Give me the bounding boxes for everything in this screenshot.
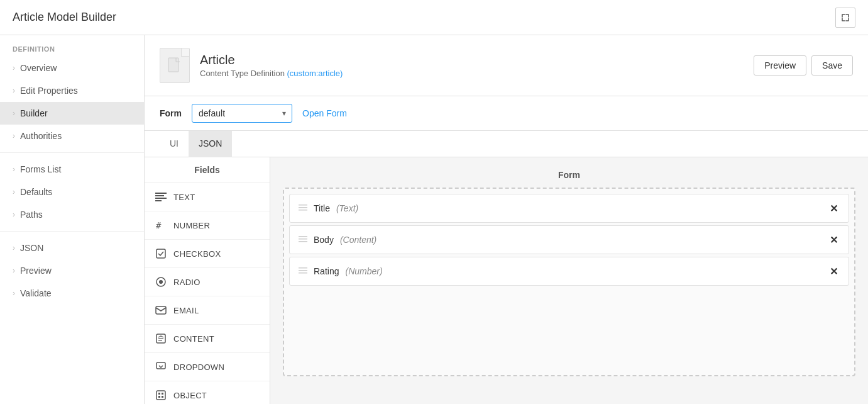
svg-rect-3: [155, 198, 167, 199]
field-name-body: Body: [314, 235, 334, 245]
remove-body-button[interactable]: ✕: [827, 233, 840, 246]
field-type-body: (Content): [340, 235, 376, 245]
form-selector-bar: Form default compact full Open Form: [145, 96, 868, 131]
sidebar-item-label: Authorities: [20, 131, 62, 141]
dropdown-icon: [155, 361, 167, 373]
sidebar-item-label: Validate: [20, 288, 52, 298]
svg-rect-20: [299, 207, 307, 208]
field-label: CONTENT: [173, 334, 214, 344]
radio-icon: [155, 276, 167, 288]
svg-text:#: #: [156, 220, 162, 230]
form-label: Form: [160, 108, 182, 118]
field-item-content[interactable]: CONTENT: [145, 325, 270, 353]
svg-rect-6: [157, 249, 165, 258]
text-icon: [155, 191, 167, 203]
svg-rect-16: [162, 393, 163, 395]
field-label: CHECKBOX: [173, 249, 221, 259]
content-icon: [155, 332, 167, 345]
chevron-icon: ›: [13, 165, 15, 174]
sidebar-item-authorities[interactable]: › Authorities: [0, 125, 144, 147]
drag-handle-icon: [299, 203, 307, 214]
sidebar-item-defaults[interactable]: › Defaults: [0, 181, 144, 203]
article-type-link[interactable]: (custom:article): [287, 69, 343, 78]
subtitle-text: Content Type Definition: [200, 69, 285, 78]
form-drop-area[interactable]: Title (Text) ✕ Body (Content): [283, 188, 855, 376]
field-name-rating: Rating: [314, 266, 339, 276]
field-item-text[interactable]: TEXT: [145, 183, 270, 211]
svg-rect-0: [168, 58, 179, 72]
svg-rect-22: [299, 236, 307, 237]
field-type-rating: (Number): [345, 266, 382, 276]
email-icon: [155, 304, 167, 317]
form-panel-header: Form: [283, 170, 855, 180]
sidebar-item-overview[interactable]: › Overview: [0, 57, 144, 79]
definition-label: DEFINITION: [0, 35, 144, 57]
save-button[interactable]: Save: [811, 55, 853, 76]
field-label: TEXT: [173, 193, 195, 202]
sidebar-item-edit-properties[interactable]: › Edit Properties: [0, 79, 144, 102]
field-item-number[interactable]: # NUMBER: [145, 211, 270, 240]
sidebar-item-validate[interactable]: › Validate: [0, 282, 144, 305]
field-item-dropdown[interactable]: DROPDOWN: [145, 353, 270, 381]
svg-rect-21: [299, 210, 307, 211]
chevron-icon: ›: [13, 132, 15, 140]
drag-handle-icon: [299, 266, 307, 277]
form-field-row-rating[interactable]: Rating (Number) ✕: [289, 257, 849, 286]
article-header: Article Content Type Definition (custom:…: [145, 35, 868, 96]
sidebar-item-preview[interactable]: › Preview: [0, 259, 144, 282]
remove-rating-button[interactable]: ✕: [827, 265, 840, 278]
form-select[interactable]: default compact full: [192, 104, 292, 123]
sidebar-item-forms-list[interactable]: › Forms List: [0, 158, 144, 181]
field-label: NUMBER: [173, 221, 210, 230]
checkbox-icon: [155, 247, 167, 260]
article-info: Article Content Type Definition (custom:…: [160, 48, 343, 83]
sidebar-item-paths[interactable]: › Paths: [0, 203, 144, 226]
number-icon: #: [155, 219, 167, 232]
chevron-icon: ›: [13, 86, 15, 95]
chevron-icon: ›: [13, 289, 15, 298]
form-field-row-body[interactable]: Body (Content) ✕: [289, 225, 849, 254]
svg-point-8: [159, 280, 163, 284]
tab-json[interactable]: JSON: [189, 131, 232, 157]
form-field-left: Rating (Number): [299, 266, 383, 277]
sidebar-item-label: Preview: [20, 266, 52, 276]
expand-button[interactable]: [835, 8, 855, 28]
preview-button[interactable]: Preview: [754, 55, 806, 76]
builder-layout: Fields TEXT # NUMBER: [145, 157, 868, 404]
object-icon: [155, 389, 167, 401]
svg-rect-27: [299, 272, 307, 274]
main-layout: DEFINITION › Overview › Edit Properties …: [0, 35, 868, 404]
svg-rect-19: [299, 205, 307, 206]
expand-icon: [841, 13, 850, 22]
sidebar-item-json[interactable]: › JSON: [0, 237, 144, 259]
field-item-checkbox[interactable]: CHECKBOX: [145, 240, 270, 268]
field-item-object[interactable]: OBJECT: [145, 381, 270, 404]
sidebar-divider: [0, 152, 144, 153]
chevron-icon: ›: [13, 266, 15, 275]
svg-rect-14: [157, 391, 165, 400]
field-label: EMAIL: [173, 306, 199, 315]
form-select-wrapper: default compact full: [192, 104, 292, 123]
sidebar-item-label: Overview: [20, 63, 57, 73]
svg-rect-17: [158, 396, 160, 398]
field-item-email[interactable]: EMAIL: [145, 296, 270, 325]
remove-title-button[interactable]: ✕: [827, 202, 840, 215]
article-title-block: Article Content Type Definition (custom:…: [200, 53, 343, 78]
field-label: OBJECT: [173, 391, 207, 400]
article-name: Article: [200, 53, 343, 67]
drag-handle-icon: [299, 235, 307, 245]
svg-rect-1: [155, 193, 167, 194]
sidebar-item-builder[interactable]: › Builder: [0, 102, 144, 125]
chevron-icon: ›: [13, 188, 15, 196]
form-field-row-title[interactable]: Title (Text) ✕: [289, 194, 849, 223]
field-item-radio[interactable]: RADIO: [145, 268, 270, 296]
svg-rect-24: [299, 241, 307, 242]
sidebar-item-label: Builder: [20, 108, 48, 118]
app-title: Article Model Builder: [13, 11, 116, 24]
sidebar-divider-2: [0, 231, 144, 232]
svg-rect-18: [162, 396, 163, 398]
open-form-link[interactable]: Open Form: [302, 108, 347, 118]
sidebar: DEFINITION › Overview › Edit Properties …: [0, 35, 145, 404]
tab-ui[interactable]: UI: [160, 131, 189, 157]
svg-rect-2: [155, 195, 164, 196]
